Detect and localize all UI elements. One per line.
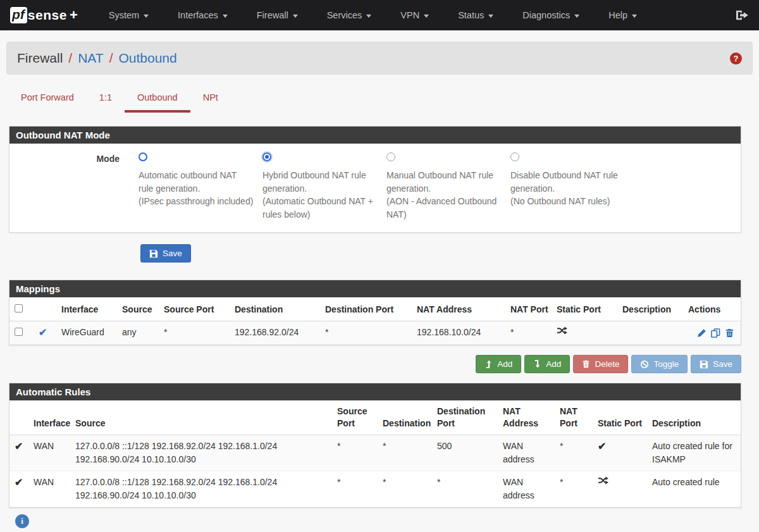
auto-rule-row: ✔ WAN 127.0.0.0/8 ::1/128 192.168.92.0/2…	[9, 435, 741, 471]
col-source: Source	[70, 400, 332, 435]
mode-option-automatic[interactable]: Automatic outbound NAT rule generation. …	[139, 152, 262, 221]
breadcrumb-link-outbound[interactable]: Outbound	[118, 51, 176, 66]
level-down-icon	[533, 359, 541, 369]
logo-pf-badge: pf	[10, 7, 27, 23]
save-mode-button[interactable]: Save	[140, 244, 191, 263]
breadcrumb: Firewall / NAT / Outbound ?	[6, 42, 753, 75]
ban-icon	[640, 360, 649, 369]
col-nat-address: NAT Address	[498, 400, 555, 435]
col-actions: Actions	[683, 297, 741, 321]
radio-hybrid-selected[interactable]	[262, 152, 271, 161]
nat-tabs: Port Forward 1:1 Outbound NPt	[8, 86, 759, 113]
nav-menu: System Interfaces Firewall Services VPN …	[94, 0, 651, 30]
sign-out-icon[interactable]	[736, 9, 749, 21]
delete-button[interactable]: Delete	[573, 355, 628, 373]
radio-manual[interactable]	[386, 152, 395, 161]
mappings-table: Interface Source Source Port Destination…	[9, 297, 741, 345]
chevron-down-icon	[574, 15, 579, 18]
chevron-down-icon	[488, 15, 493, 18]
logo-plus: +	[70, 7, 78, 23]
copy-icon[interactable]	[711, 328, 720, 338]
select-all-checkbox[interactable]	[15, 304, 23, 312]
static-port-check-icon: ✔	[598, 441, 606, 452]
col-description: Description	[647, 400, 741, 435]
level-up-icon	[484, 359, 493, 369]
mappings-panel: Mappings Interface Source Source Port De…	[9, 280, 741, 345]
save-mappings-button[interactable]: Save	[691, 355, 741, 373]
mode-option-manual[interactable]: Manual Outbound NAT rule generation. (AO…	[386, 152, 510, 221]
chevron-down-icon	[223, 15, 228, 18]
chevron-down-icon	[632, 15, 637, 18]
nav-item-interfaces[interactable]: Interfaces	[163, 0, 242, 30]
trash-icon[interactable]	[725, 328, 734, 338]
mode-option-disable[interactable]: Disable Outbound NAT rule generation. (N…	[510, 152, 634, 221]
panel-title: Mappings	[9, 280, 741, 297]
col-destination-port: Destination Port	[320, 297, 412, 321]
nav-item-status[interactable]: Status	[443, 0, 508, 30]
chevron-down-icon	[366, 15, 371, 18]
breadcrumb-section: Firewall	[17, 51, 63, 66]
nav-item-diagnostics[interactable]: Diagnostics	[508, 0, 594, 30]
nav-item-vpn[interactable]: VPN	[386, 0, 443, 30]
tab-1to1[interactable]: 1:1	[87, 86, 125, 113]
floppy-save-icon	[149, 249, 158, 258]
mode-field-label: Mode	[9, 152, 139, 221]
pfsense-logo[interactable]: pf sense +	[10, 7, 78, 23]
mapping-row: ✔ WireGuard any * 192.168.92.0/24 * 192.…	[9, 321, 741, 345]
col-source-port: Source Port	[159, 297, 230, 321]
chevron-down-icon	[424, 15, 429, 18]
nav-item-help[interactable]: Help	[594, 0, 651, 30]
help-icon[interactable]: ?	[730, 53, 742, 65]
rule-enabled-check-icon: ✔	[15, 441, 23, 452]
rule-enabled-check-icon: ✔	[15, 477, 23, 488]
trash-icon	[582, 360, 590, 368]
chevron-down-icon	[144, 15, 149, 18]
col-destination: Destination	[230, 297, 320, 321]
col-static-port: Static Port	[593, 400, 647, 435]
add-rule-bottom-button[interactable]: Add	[524, 355, 570, 373]
floppy-save-icon	[700, 360, 708, 369]
col-description: Description	[617, 297, 683, 321]
automatic-rules-table: Interface Source Source Port Destination…	[9, 400, 741, 507]
col-nat-port: NAT Port	[505, 297, 552, 321]
toggle-button[interactable]: Toggle	[631, 355, 688, 373]
edit-pencil-icon[interactable]	[697, 328, 707, 338]
col-source: Source	[117, 297, 159, 321]
radio-disable[interactable]	[510, 152, 519, 161]
breadcrumb-link-nat[interactable]: NAT	[78, 51, 103, 66]
nav-item-firewall[interactable]: Firewall	[242, 0, 312, 30]
col-interface: Interface	[28, 400, 70, 435]
auto-rule-row: ✔ WAN 127.0.0.0/8 ::1/128 192.168.92.0/2…	[9, 471, 741, 507]
tab-npt[interactable]: NPt	[190, 86, 231, 113]
tab-outbound[interactable]: Outbound	[125, 86, 190, 113]
panel-title: Automatic Rules	[9, 383, 741, 400]
col-interface: Interface	[56, 297, 117, 321]
chevron-down-icon	[293, 15, 298, 18]
col-destination: Destination	[378, 400, 432, 435]
col-nat-address: NAT Address	[412, 297, 505, 321]
automatic-rules-panel: Automatic Rules Interface Source Source …	[9, 383, 741, 508]
panel-title: Outbound NAT Mode	[9, 127, 741, 144]
col-static-port: Static Port	[552, 297, 617, 321]
add-rule-top-button[interactable]: Add	[476, 355, 521, 373]
info-icon[interactable]: i	[15, 514, 29, 528]
shuffle-icon	[557, 326, 567, 335]
mode-option-hybrid[interactable]: Hybrid Outbound NAT rule generation. (Au…	[262, 152, 386, 221]
nav-item-services[interactable]: Services	[312, 0, 386, 30]
mappings-actions-bar: Add Add Delete Toggle Save	[0, 355, 741, 373]
col-destination-port: Destination Port	[432, 400, 498, 435]
radio-automatic[interactable]	[139, 152, 147, 161]
top-navbar: pf sense + System Interfaces Firewall Se…	[0, 0, 759, 30]
rule-enabled-check-icon[interactable]: ✔	[39, 327, 47, 338]
tab-port-forward[interactable]: Port Forward	[8, 86, 87, 113]
shuffle-icon	[598, 476, 608, 485]
row-checkbox[interactable]	[15, 328, 23, 336]
outbound-nat-mode-panel: Outbound NAT Mode Mode Automatic outboun…	[9, 126, 741, 233]
nav-item-system[interactable]: System	[94, 0, 163, 30]
col-nat-port: NAT Port	[555, 400, 593, 435]
col-source-port: Source Port	[332, 400, 378, 435]
